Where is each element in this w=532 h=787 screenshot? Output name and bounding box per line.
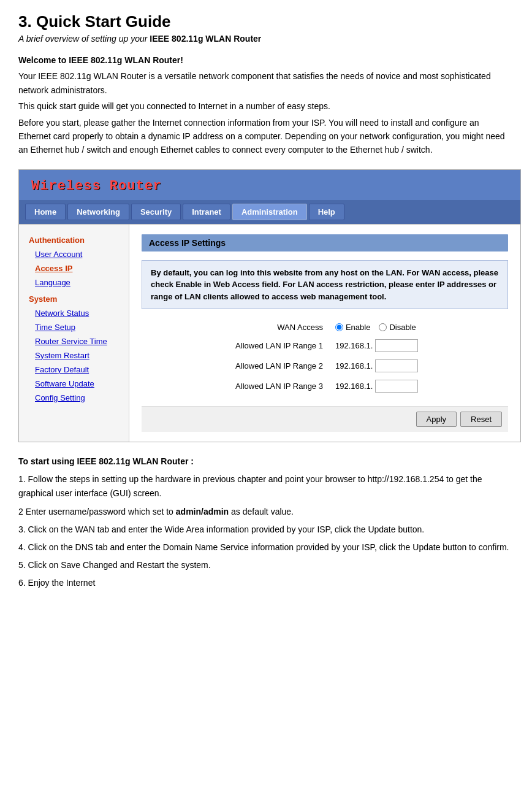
reset-button[interactable]: Reset [460,412,502,427]
lan-range-1-input-group: 192.168.1. [335,339,502,352]
wan-access-row: WAN Access Enable Disable [142,319,508,336]
lan-range-2-label: Allowed LAN IP Range 2 [142,356,329,376]
nav-security[interactable]: Security [131,204,181,220]
nav-home[interactable]: Home [25,204,66,220]
lan-range-2-row: Allowed LAN IP Range 2 192.168.1. [142,356,508,376]
wan-access-disable-label[interactable]: Disable [379,323,416,332]
wan-access-enable-text: Enable [346,323,370,332]
nav-intranet[interactable]: Intranet [183,204,230,220]
lan-range-2-input[interactable] [375,359,418,372]
subtitle-italic: A brief overview of setting up your [18,34,150,44]
subtitle: A brief overview of setting up your IEEE… [18,34,514,44]
wan-access-value: Enable Disable [329,319,508,336]
section-title: Access IP Settings [142,234,508,251]
wan-access-enable-radio[interactable] [335,323,343,331]
main-content: Access IP Settings By default, you can l… [129,225,520,442]
lan-range-1-input[interactable] [375,339,418,352]
page-title: 3. Quick Start Guide [18,12,514,31]
lan-range-1-value: 192.168.1. [329,336,508,356]
wan-access-label: WAN Access [142,319,329,336]
wan-access-disable-text: Disable [389,323,416,332]
sidebar-item-software-update[interactable]: Software Update [19,377,129,391]
lan-range-3-row: Allowed LAN IP Range 3 192.168.1. [142,376,508,396]
bottom-heading: To start using IEEE 802.11g WLAN Router … [18,456,194,466]
lan-range-1-prefix: 192.168.1. [335,341,373,350]
bottom-section: To start using IEEE 802.11g WLAN Router … [18,455,514,590]
router-brand: Wireless Router [31,179,162,194]
bottom-step-2-bold: admin/admin [176,507,229,516]
bottom-step-2: 2 Enter username/password which set to a… [18,505,514,519]
router-header: Wireless Router [19,170,520,200]
wan-access-radios: Enable Disable [335,323,502,332]
wan-access-enable-label[interactable]: Enable [335,323,370,332]
router-body: Authentication User Account Access IP La… [19,224,520,442]
lan-range-2-value: 192.168.1. [329,356,508,376]
subtitle-bold: IEEE 802.11g WLAN Router [150,34,261,44]
apply-button[interactable]: Apply [416,412,457,427]
nav-networking[interactable]: Networking [67,204,129,220]
form-buttons: Apply Reset [142,406,508,432]
sidebar-item-config-setting[interactable]: Config Setting [19,391,129,405]
lan-range-2-prefix: 192.168.1. [335,361,373,370]
nav-administration[interactable]: Administration [232,204,307,220]
lan-range-3-label: Allowed LAN IP Range 3 [142,376,329,396]
wan-access-disable-radio[interactable] [379,323,387,331]
sidebar-item-time-setup[interactable]: Time Setup [19,320,129,334]
lan-range-2-input-group: 192.168.1. [335,359,502,372]
nav-help[interactable]: Help [309,204,344,220]
lan-range-3-prefix: 192.168.1. [335,382,373,391]
lan-range-3-input[interactable] [375,380,418,393]
sidebar-item-user-account[interactable]: User Account [19,247,129,261]
sidebar: Authentication User Account Access IP La… [19,225,129,442]
bottom-step-6: 6. Enjoy the Internet [18,576,514,590]
sidebar-item-language[interactable]: Language [19,275,129,290]
router-ui: Wireless Router Home Networking Security… [18,169,521,443]
sidebar-section-system: System [19,290,129,306]
nav-bar: Home Networking Security Intranet Admini… [19,200,520,224]
bottom-step-4: 4. Click on the DNS tab and enter the Do… [18,540,514,555]
sidebar-item-network-status[interactable]: Network Status [19,306,129,320]
intro-section: Welcome to IEEE 802.11g WLAN Router! You… [18,53,514,157]
info-box-bold: By default, you can log into this websit… [151,268,498,301]
sidebar-section-auth: Authentication [19,231,129,247]
intro-line-3: Before you start, please gather the Inte… [18,116,514,157]
bottom-step-3: 3. Click on the WAN tab and enter the Wi… [18,523,514,537]
intro-line-1: Your IEEE 802.11g WLAN Router is a versa… [18,69,514,97]
intro-line-2: This quick start guide will get you conn… [18,99,514,113]
bottom-step-5: 5. Click on Save Changed and Restart the… [18,558,514,572]
lan-range-1-row: Allowed LAN IP Range 1 192.168.1. [142,336,508,356]
sidebar-item-router-service-time[interactable]: Router Service Time [19,334,129,348]
sidebar-item-factory-default[interactable]: Factory Default [19,363,129,377]
bottom-step-1: 1. Follow the steps in setting up the ha… [18,472,514,501]
access-ip-form: WAN Access Enable Disable [142,319,508,396]
info-box: By default, you can log into this websit… [142,260,508,310]
sidebar-item-access-ip[interactable]: Access IP [19,261,129,275]
lan-range-1-label: Allowed LAN IP Range 1 [142,336,329,356]
lan-range-3-value: 192.168.1. [329,376,508,396]
lan-range-3-input-group: 192.168.1. [335,380,502,393]
intro-heading: Welcome to IEEE 802.11g WLAN Router! [18,55,183,65]
sidebar-item-system-restart[interactable]: System Restart [19,348,129,363]
